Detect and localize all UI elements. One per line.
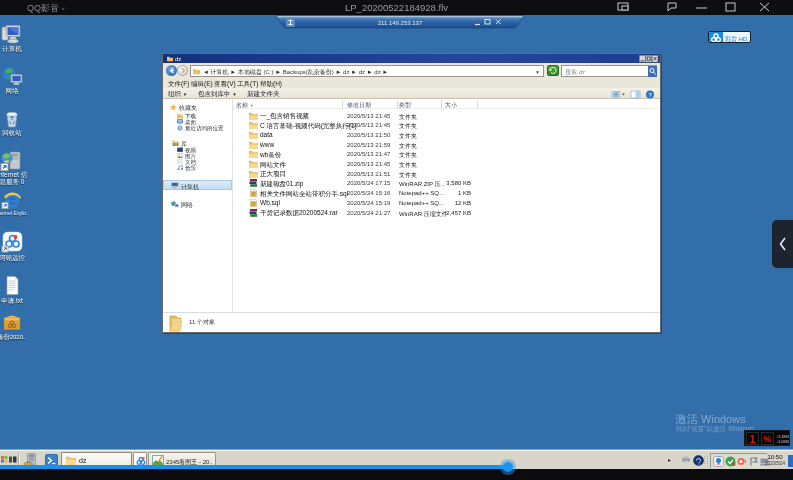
svg-text:211.149.253.137: 211.149.253.137 <box>378 20 423 26</box>
